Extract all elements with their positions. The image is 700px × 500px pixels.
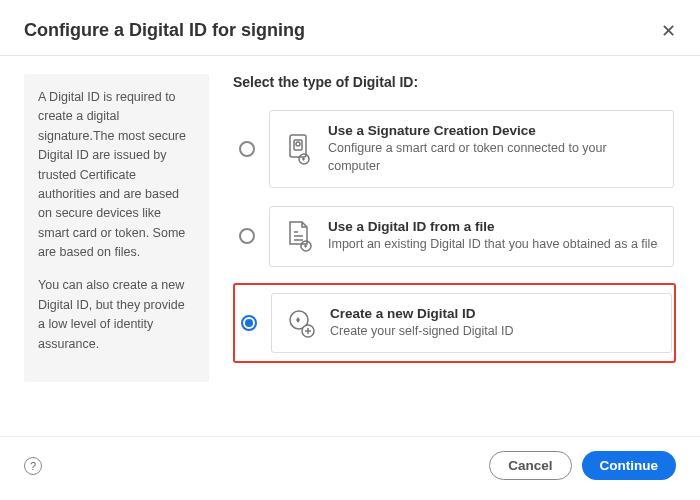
option-signature-device[interactable]: Use a Signature Creation Device Configur… xyxy=(233,108,676,190)
new-id-icon xyxy=(286,306,316,340)
continue-button[interactable]: Continue xyxy=(582,451,677,480)
option-card-from-file[interactable]: Use a Digital ID from a file Import an e… xyxy=(269,206,674,267)
radio-from-file[interactable] xyxy=(239,228,255,244)
option-card-create-new[interactable]: Create a new Digital ID Create your self… xyxy=(271,293,672,354)
option-card-signature-device[interactable]: Use a Signature Creation Device Configur… xyxy=(269,110,674,188)
cancel-button[interactable]: Cancel xyxy=(489,451,571,480)
dialog-body: A Digital ID is required to create a dig… xyxy=(0,74,700,382)
option-desc: Configure a smart card or token connecte… xyxy=(328,140,659,175)
info-text-2: You can also create a new Digital ID, bu… xyxy=(38,276,195,354)
radio-create-new[interactable] xyxy=(241,315,257,331)
option-text: Use a Digital ID from a file Import an e… xyxy=(328,219,659,254)
dialog-header: Configure a Digital ID for signing ✕ xyxy=(0,0,700,55)
footer-buttons: Cancel Continue xyxy=(489,451,676,480)
option-title: Use a Signature Creation Device xyxy=(328,123,659,138)
dialog-footer: ? Cancel Continue xyxy=(0,436,700,500)
svg-point-2 xyxy=(296,142,300,146)
option-desc: Create your self-signed Digital ID xyxy=(330,323,657,341)
option-desc: Import an existing Digital ID that you h… xyxy=(328,236,659,254)
option-from-file[interactable]: Use a Digital ID from a file Import an e… xyxy=(233,204,676,269)
digital-id-dialog: Configure a Digital ID for signing ✕ A D… xyxy=(0,0,700,500)
info-sidebar: A Digital ID is required to create a dig… xyxy=(24,74,209,382)
option-title: Use a Digital ID from a file xyxy=(328,219,659,234)
option-title: Create a new Digital ID xyxy=(330,306,657,321)
info-text-1: A Digital ID is required to create a dig… xyxy=(38,88,195,262)
main-title: Select the type of Digital ID: xyxy=(233,74,676,90)
option-text: Use a Signature Creation Device Configur… xyxy=(328,123,659,175)
divider xyxy=(0,55,700,56)
file-id-icon xyxy=(284,219,314,253)
option-text: Create a new Digital ID Create your self… xyxy=(330,306,657,341)
main-panel: Select the type of Digital ID: xyxy=(209,74,676,382)
option-create-new[interactable]: Create a new Digital ID Create your self… xyxy=(233,283,676,364)
smartcard-icon xyxy=(284,132,314,166)
help-icon[interactable]: ? xyxy=(24,457,42,475)
close-icon[interactable]: ✕ xyxy=(661,22,676,40)
radio-signature-device[interactable] xyxy=(239,141,255,157)
dialog-title: Configure a Digital ID for signing xyxy=(24,20,305,41)
